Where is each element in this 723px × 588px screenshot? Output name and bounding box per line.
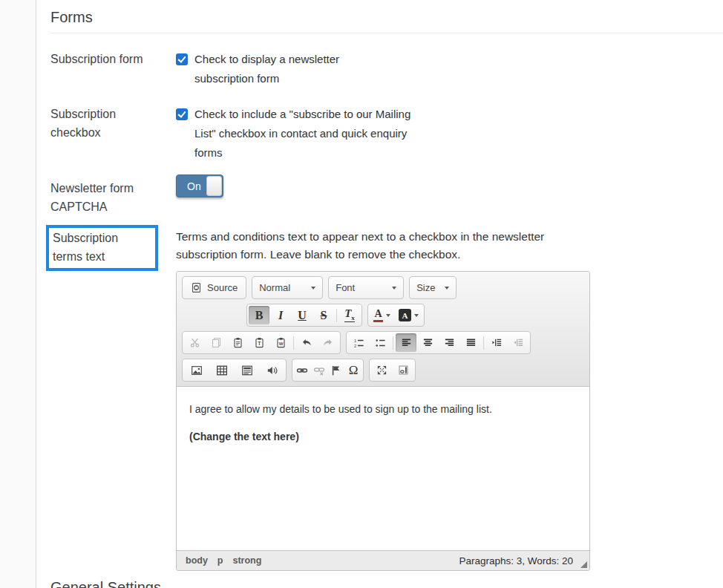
paste-plain-text-button[interactable]: T bbox=[249, 333, 269, 352]
italic-button[interactable]: I bbox=[270, 306, 291, 324]
omega-icon: Ω bbox=[349, 364, 359, 376]
align-left-icon bbox=[401, 337, 412, 348]
maximize-button[interactable] bbox=[371, 361, 392, 379]
text-color-button[interactable]: A bbox=[370, 306, 394, 324]
table-button[interactable] bbox=[209, 361, 234, 379]
underline-button[interactable]: U bbox=[292, 306, 313, 324]
align-right-button[interactable] bbox=[439, 333, 459, 352]
editor-statusbar: body p strong Paragraphs: 3, Words: 20 bbox=[177, 550, 589, 570]
image-button[interactable] bbox=[184, 361, 209, 379]
link-button[interactable] bbox=[294, 361, 310, 379]
format-dropdown-value: Normal bbox=[259, 282, 290, 293]
maximize-icon bbox=[376, 365, 387, 376]
decrease-indent-button[interactable] bbox=[508, 333, 529, 352]
scissors-icon bbox=[189, 337, 200, 348]
source-icon bbox=[191, 282, 202, 293]
field-description: Terms and conditions text to appear next… bbox=[176, 228, 573, 264]
svg-text:2: 2 bbox=[353, 344, 356, 348]
chevron-down-icon bbox=[311, 287, 315, 290]
editor-paragraph: I agree to allow my details to be used t… bbox=[189, 403, 577, 415]
format-dropdown[interactable]: Normal bbox=[252, 276, 323, 299]
section-title: Forms bbox=[50, 9, 723, 26]
toggle-state-label: On bbox=[187, 180, 201, 192]
align-left-button[interactable] bbox=[396, 333, 416, 352]
field-label: Subscription checkbox bbox=[50, 105, 176, 163]
element-path: body p strong bbox=[186, 555, 261, 566]
align-right-icon bbox=[444, 337, 455, 348]
word-count: Paragraphs: 3, Words: 20 bbox=[459, 555, 573, 566]
unlink-icon bbox=[313, 365, 325, 376]
settings-rows: Subscription form Check to display a new… bbox=[50, 33, 723, 571]
chevron-down-icon bbox=[386, 314, 390, 317]
strikethrough-button[interactable]: S bbox=[313, 306, 334, 324]
chevron-down-icon bbox=[392, 287, 396, 290]
paste-from-word-button[interactable]: W bbox=[270, 333, 291, 352]
redo-button[interactable] bbox=[318, 333, 338, 352]
special-character-button[interactable]: Ω bbox=[345, 361, 362, 379]
strikethrough-icon: S bbox=[321, 310, 327, 321]
justify-button[interactable] bbox=[460, 333, 481, 352]
svg-text:1: 1 bbox=[353, 339, 356, 343]
background-color-button[interactable]: A bbox=[395, 306, 422, 324]
font-dropdown[interactable]: Font bbox=[328, 276, 404, 299]
show-blocks-icon bbox=[398, 365, 409, 376]
svg-text:T: T bbox=[258, 341, 261, 346]
copy-button[interactable] bbox=[206, 333, 226, 352]
colors-group: A A bbox=[367, 304, 425, 327]
size-dropdown[interactable]: Size bbox=[409, 276, 457, 299]
increase-indent-button[interactable] bbox=[486, 333, 507, 352]
resize-grip[interactable] bbox=[580, 561, 587, 568]
chevron-down-icon bbox=[414, 314, 419, 317]
source-button[interactable]: Source bbox=[182, 276, 246, 299]
subscription-checkbox-checkbox[interactable] bbox=[176, 108, 188, 120]
unlink-button[interactable] bbox=[311, 361, 327, 379]
table-icon bbox=[216, 365, 228, 376]
element-path-p[interactable]: p bbox=[217, 555, 223, 566]
image-icon bbox=[191, 365, 203, 376]
toolbar-separator bbox=[293, 336, 294, 350]
undo-button[interactable] bbox=[296, 333, 317, 352]
left-gutter bbox=[0, 0, 36, 588]
toggle-handle[interactable] bbox=[206, 176, 222, 196]
anchor-flag-button[interactable] bbox=[328, 361, 344, 379]
source-button-label: Source bbox=[207, 282, 238, 293]
row-newsletter-captcha: Newsletter form CAPTCHA On bbox=[50, 179, 723, 216]
editor-content-area[interactable]: I agree to allow my details to be used t… bbox=[177, 387, 589, 550]
forms-section: Forms Subscription form Check to display… bbox=[37, 0, 723, 587]
speaker-icon bbox=[266, 365, 278, 376]
undo-icon bbox=[301, 337, 313, 349]
chevron-down-icon bbox=[445, 287, 449, 290]
checkbox-setting: Check to display a newsletter subscripti… bbox=[176, 50, 723, 88]
italic-icon: I bbox=[278, 310, 283, 321]
align-center-button[interactable] bbox=[417, 333, 438, 352]
captcha-toggle[interactable]: On bbox=[176, 174, 223, 197]
flag-icon bbox=[330, 365, 342, 376]
rich-text-editor: Source Normal Font bbox=[176, 271, 590, 571]
show-blocks-button[interactable] bbox=[393, 361, 413, 379]
page-template-button[interactable] bbox=[235, 361, 259, 379]
links-group: Ω bbox=[292, 359, 364, 382]
element-path-strong[interactable]: strong bbox=[233, 555, 262, 566]
align-center-icon bbox=[422, 337, 434, 348]
highlighted-field-label: Subscription terms text bbox=[46, 225, 158, 271]
bulleted-list-button[interactable] bbox=[370, 333, 390, 352]
redo-icon bbox=[322, 337, 334, 349]
subscription-form-checkbox[interactable] bbox=[176, 53, 188, 65]
toolbar-row-4: Ω bbox=[182, 359, 586, 382]
numbered-list-button[interactable]: 12 bbox=[348, 333, 369, 352]
remove-format-button[interactable]: Tx bbox=[339, 306, 360, 324]
next-section-title: General Settings bbox=[50, 580, 161, 588]
element-path-body[interactable]: body bbox=[186, 555, 208, 566]
bold-button[interactable]: B bbox=[249, 306, 269, 324]
paste-text-icon: T bbox=[254, 337, 265, 348]
paste-button[interactable] bbox=[227, 333, 248, 352]
audio-button[interactable] bbox=[260, 361, 284, 379]
cut-button[interactable] bbox=[184, 333, 205, 352]
basicstyles-group: B I U S Tx bbox=[246, 304, 362, 327]
decrease-indent-icon bbox=[513, 337, 524, 348]
paste-icon bbox=[232, 337, 243, 348]
link-icon bbox=[296, 365, 308, 376]
editor-toolbar: Source Normal Font bbox=[177, 272, 589, 387]
insert-group bbox=[182, 359, 287, 382]
background-color-icon: A bbox=[399, 309, 411, 321]
